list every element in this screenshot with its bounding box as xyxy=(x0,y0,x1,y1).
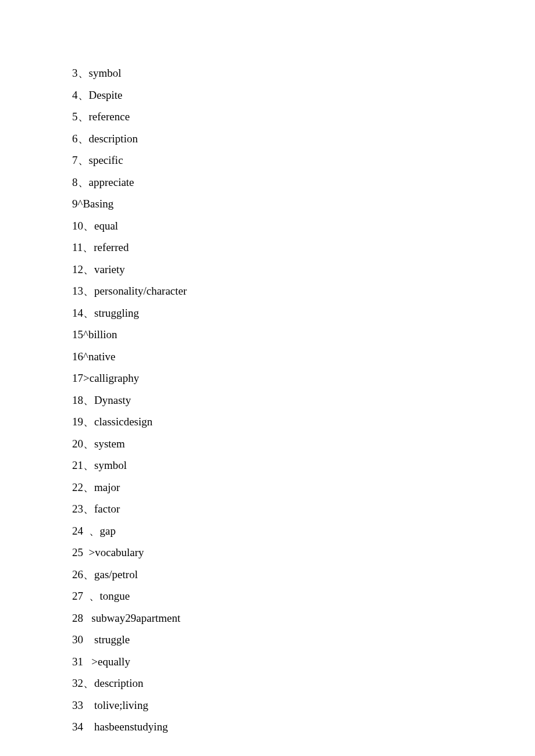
list-item: 5、reference xyxy=(72,111,479,122)
list-item: 12、variety xyxy=(72,264,479,275)
list-item: 11、referred xyxy=(72,242,479,253)
list-item: 30 struggle xyxy=(72,634,479,645)
list-item: 28 subway29apartment xyxy=(72,612,479,624)
list-item: 8、appreciate xyxy=(72,177,479,188)
list-item: 13、personality/character xyxy=(72,285,479,296)
list-item: 14、struggling xyxy=(72,307,479,318)
list-item: 17>calligraphy xyxy=(72,372,479,384)
list-item: 26、gas/petrol xyxy=(72,569,479,580)
list-item: 15^billion xyxy=(72,329,479,340)
list-item: 34 hasbeenstudying xyxy=(72,721,479,732)
list-item: 7、specific xyxy=(72,155,479,166)
list-item: 6、description xyxy=(72,133,479,144)
list-item: 32、description xyxy=(72,678,479,689)
list-item: 16^native xyxy=(72,351,479,362)
list-item: 33 tolive;living xyxy=(72,700,479,711)
document-page: 3、symbol4、Despite5、reference6、descriptio… xyxy=(0,0,479,732)
list-item: 31 >equally xyxy=(72,656,479,667)
answer-list: 3、symbol4、Despite5、reference6、descriptio… xyxy=(72,67,479,732)
list-item: 22、major xyxy=(72,482,479,493)
list-item: 27 、tongue xyxy=(72,590,479,601)
list-item: 25 >vocabulary xyxy=(72,547,479,558)
list-item: 18、Dynasty xyxy=(72,395,479,406)
list-item: 20、system xyxy=(72,438,479,449)
list-item: 21、symbol xyxy=(72,460,479,471)
list-item: 19、classicdesign xyxy=(72,416,479,427)
list-item: 3、symbol xyxy=(72,67,479,78)
list-item: 9^Basing xyxy=(72,198,479,209)
list-item: 10、equal xyxy=(72,220,479,231)
list-item: 4、Despite xyxy=(72,89,479,101)
list-item: 24 、gap xyxy=(72,525,479,536)
list-item: 23、factor xyxy=(72,503,479,514)
